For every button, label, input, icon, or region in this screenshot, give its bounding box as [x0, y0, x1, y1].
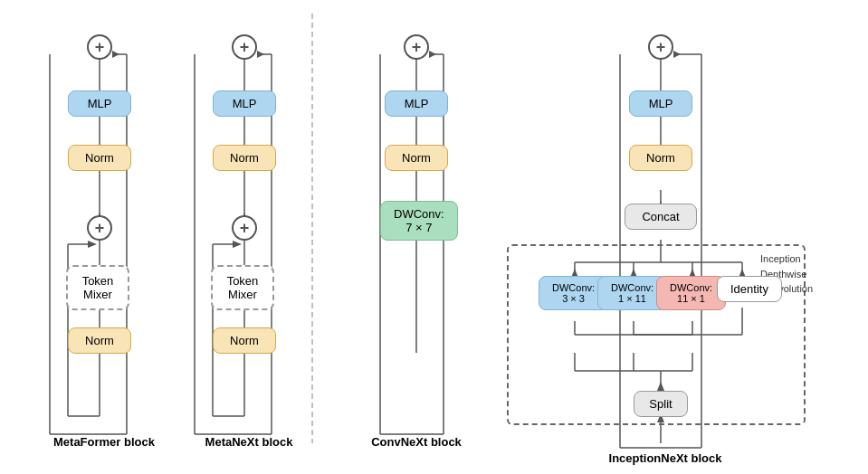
convnext-sum-top: + — [404, 34, 429, 60]
metanext-token-mixer: TokenMixer — [211, 265, 274, 310]
diagram-area: + MLP Norm + TokenMixer Norm MetaFormer … — [0, 0, 868, 474]
convnext-norm: Norm — [385, 145, 448, 171]
token-mixer-box: TokenMixer — [66, 265, 129, 310]
metaformer-token-mixer: TokenMixer — [66, 265, 129, 310]
norm-box: Norm — [213, 145, 276, 171]
svg-marker-79 — [673, 51, 681, 58]
mlp-box: MLP — [213, 90, 276, 117]
norm-box: Norm — [213, 327, 276, 354]
circle-sum-icon: + — [87, 34, 112, 60]
metanext-sum-top: + — [232, 34, 257, 60]
split-box: Split — [634, 391, 688, 417]
inceptionnext-sum-top: + — [648, 34, 673, 60]
svg-marker-30 — [233, 241, 242, 248]
norm-box: Norm — [68, 327, 131, 354]
norm-box: Norm — [385, 145, 448, 171]
convnext-label: ConvNeXt block — [358, 427, 475, 450]
circle-sum-icon: + — [404, 34, 429, 60]
dwconv-box: DWConv:7 × 7 — [380, 201, 458, 241]
metaformer-sum-top: + — [87, 34, 112, 60]
norm-box: Norm — [68, 145, 131, 171]
circle-sum-icon: + — [87, 215, 112, 241]
circle-sum-icon: + — [232, 34, 257, 60]
inceptionnext-label: InceptionNeXt block — [602, 443, 729, 467]
inceptionnext-mlp: MLP — [629, 90, 692, 117]
inceptionnext-concat: Concat — [625, 204, 697, 230]
inceptionnext-dwconv-11x1: DWConv:11 × 1 — [656, 276, 726, 310]
convnext-dwconv: DWConv:7 × 7 — [380, 201, 458, 241]
dwconv-11x1-box: DWConv:11 × 1 — [656, 276, 726, 310]
circle-sum-icon: + — [232, 215, 257, 241]
metaformer-norm-bottom: Norm — [68, 327, 131, 354]
svg-marker-14 — [88, 241, 97, 248]
concat-box: Concat — [625, 204, 697, 230]
metanext-label: MetaNeXt block — [195, 427, 303, 450]
svg-marker-42 — [429, 51, 436, 58]
convnext-mlp: MLP — [385, 90, 448, 117]
token-mixer-box: TokenMixer — [211, 265, 274, 310]
metanext-mlp: MLP — [213, 90, 276, 117]
inceptionnext-norm: Norm — [629, 145, 692, 171]
norm-box: Norm — [629, 145, 692, 171]
mlp-box: MLP — [385, 90, 448, 117]
metaformer-mlp: MLP — [68, 90, 131, 117]
metanext-norm-top: Norm — [213, 145, 276, 171]
mlp-box: MLP — [629, 90, 692, 117]
metaformer-label: MetaFormer block — [50, 427, 158, 450]
circle-sum-icon: + — [648, 34, 673, 60]
metaformer-norm-top: Norm — [68, 145, 131, 171]
inceptionnext-identity: Identity — [717, 276, 782, 302]
inceptionnext-split: Split — [634, 391, 688, 417]
metanext-norm-bottom: Norm — [213, 327, 276, 354]
metanext-sum-mid: + — [232, 215, 257, 241]
identity-box: Identity — [717, 276, 782, 302]
svg-marker-31 — [257, 51, 264, 58]
metaformer-sum-mid: + — [87, 215, 112, 241]
mlp-box: MLP — [68, 90, 131, 117]
svg-marker-15 — [112, 51, 119, 58]
